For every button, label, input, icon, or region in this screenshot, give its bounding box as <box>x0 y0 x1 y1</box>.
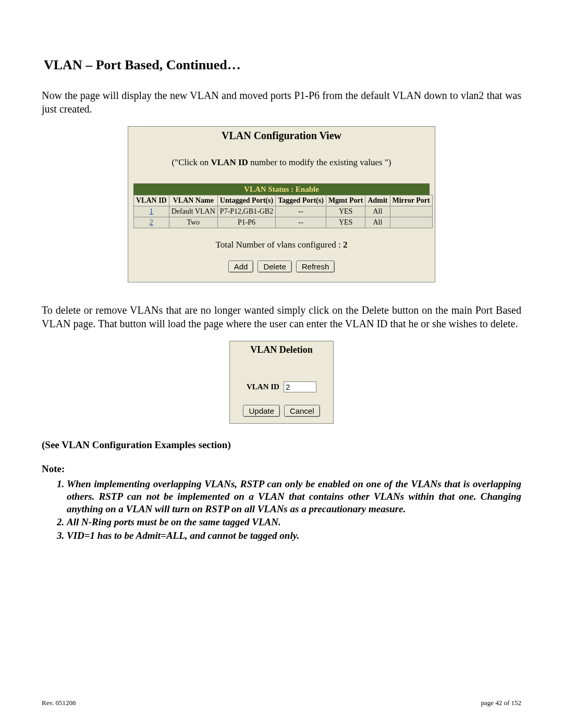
vlan-config-table: VLAN ID VLAN Name Untagged Port(s) Tagge… <box>133 195 433 228</box>
note-item: All N-Ring ports must be on the same tag… <box>67 516 521 528</box>
footer-right: page 42 of 152 <box>481 699 521 707</box>
footer-left: Rev. 051208 <box>42 699 76 707</box>
cell-mirror <box>390 217 432 228</box>
vlan-id-link-2[interactable]: 2 <box>150 218 153 226</box>
vlan-status-bar: VLAN Status : Enable <box>133 183 430 195</box>
vlan-id-link-1[interactable]: 1 <box>150 207 153 215</box>
cell-untagged: P7-P12,GB1-GB2 <box>217 206 275 217</box>
table-row: 2 Two P1-P6 -- YES All <box>134 217 433 228</box>
cancel-button[interactable]: Cancel <box>284 405 320 417</box>
total-prefix: Total Number of vlans configured : <box>216 240 343 250</box>
cell-admit: All <box>365 206 390 217</box>
vlan-delete-panel: VLAN Deletion VLAN ID Update Cancel <box>229 341 334 424</box>
vlan-config-title: VLAN Configuration View <box>133 130 430 142</box>
note-item: When implementing overlapping VLANs, RST… <box>67 478 521 515</box>
col-tagged: Tagged Port(s) <box>276 195 326 206</box>
vlan-config-hint: ("Click on VLAN ID number to modify the … <box>133 157 430 168</box>
note-list: When implementing overlapping VLANs, RST… <box>67 478 521 542</box>
intro-paragraph: Now the page will display the new VLAN a… <box>42 89 521 116</box>
total-value: 2 <box>343 240 348 250</box>
cell-tagged: -- <box>276 206 326 217</box>
refresh-button[interactable]: Refresh <box>296 261 335 273</box>
delete-paragraph: To delete or remove VLANs that are no lo… <box>42 303 521 330</box>
cell-name: Default VLAN <box>169 206 217 217</box>
note-item: VID=1 has to be Admit=ALL, and cannot be… <box>67 529 521 542</box>
vlan-id-label: VLAN ID <box>247 382 279 391</box>
add-button[interactable]: Add <box>228 261 254 273</box>
update-button[interactable]: Update <box>243 405 279 417</box>
vlan-id-input[interactable] <box>284 381 316 392</box>
col-mirror: Mirror Port <box>390 195 432 206</box>
hint-prefix: ("Click on <box>172 157 211 167</box>
col-vlan-name: VLAN Name <box>169 195 217 206</box>
vlan-delete-title: VLAN Deletion <box>235 344 328 355</box>
page-title: VLAN – Port Based, Continued… <box>44 57 521 73</box>
table-row: 1 Default VLAN P7-P12,GB1-GB2 -- YES All <box>134 206 433 217</box>
cell-mgmt: YES <box>326 217 365 228</box>
cell-admit: All <box>365 217 390 228</box>
col-vlan-id: VLAN ID <box>134 195 169 206</box>
col-admit: Admit <box>365 195 390 206</box>
cell-untagged: P1-P6 <box>217 217 275 228</box>
cell-name: Two <box>169 217 217 228</box>
cell-mgmt: YES <box>326 206 365 217</box>
hint-suffix: number to modify the existing values ") <box>248 157 391 167</box>
delete-button[interactable]: Delete <box>258 261 291 273</box>
note-label: Note: <box>42 463 521 475</box>
cell-mirror <box>390 206 432 217</box>
hint-bold: VLAN ID <box>211 157 248 167</box>
cell-tagged: -- <box>276 217 326 228</box>
col-mgmt: Mgmt Port <box>326 195 365 206</box>
total-line: Total Number of vlans configured : 2 <box>133 240 430 250</box>
col-untagged: Untagged Port(s) <box>217 195 275 206</box>
vlan-config-panel: VLAN Configuration View ("Click on VLAN … <box>128 126 435 282</box>
see-examples: (See VLAN Configuration Examples section… <box>42 439 521 451</box>
